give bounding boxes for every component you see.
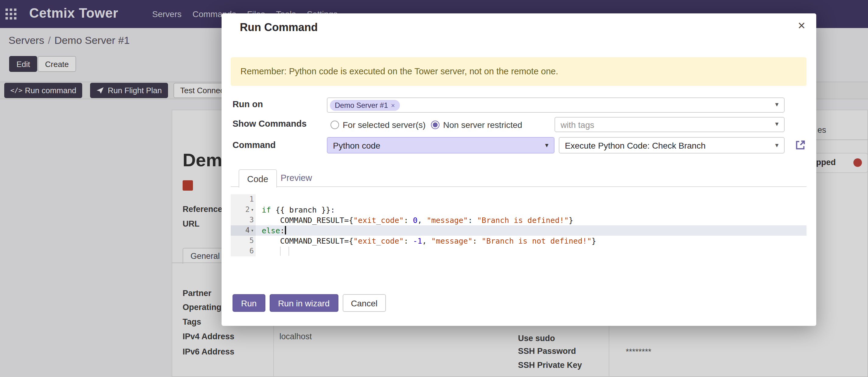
code-token: : xyxy=(468,215,477,225)
text-cursor xyxy=(285,226,286,234)
code-line-content[interactable] xyxy=(256,246,807,256)
code-token: "exit_code" xyxy=(353,215,404,225)
chevron-down-icon: ▾ xyxy=(775,120,778,128)
tab-preview[interactable]: Preview xyxy=(281,173,312,183)
tags-filter-select[interactable]: with tags ▾ xyxy=(555,117,785,132)
show-commands-label: Show Commands xyxy=(232,119,307,128)
fold-arrow-icon[interactable]: ▾ xyxy=(251,225,254,236)
run-on-field[interactable]: Demo Server #1 × ▾ xyxy=(327,97,785,113)
radio-non-server-restricted-label: Non server restricted xyxy=(443,120,522,130)
warning-alert-text: Remember: Python code is executed on the… xyxy=(241,57,558,86)
code-token: } xyxy=(592,236,596,245)
command-select[interactable]: Execute Python Code: Check Branch ▾ xyxy=(559,137,785,153)
run-command-dialog: Run Command × Remember: Python code is e… xyxy=(222,13,816,326)
cancel-button[interactable]: Cancel xyxy=(342,294,386,312)
indent-guide xyxy=(280,246,281,256)
code-line-content[interactable]: else: xyxy=(256,225,807,236)
screen: Cetmix Tower Servers Commands Files Tool… xyxy=(0,0,868,377)
command-label: Command xyxy=(232,140,276,150)
code-token: "message" xyxy=(431,236,472,245)
radio-non-server-restricted[interactable] xyxy=(431,121,439,129)
code-token: "Branch is defined!" xyxy=(477,215,569,225)
code-token: -1 xyxy=(413,236,422,245)
fold-arrow-icon[interactable]: ▾ xyxy=(251,205,254,215)
code-token: COMMAND_RESULT={ xyxy=(262,236,353,245)
gutter-line-number[interactable]: 4▾ xyxy=(231,225,256,236)
chevron-down-icon: ▾ xyxy=(775,141,778,149)
code-token: "message" xyxy=(427,215,468,225)
tags-filter-placeholder: with tags xyxy=(561,120,594,130)
chevron-down-icon: ▾ xyxy=(545,141,549,149)
code-token: "Branch is not defined!" xyxy=(482,236,592,245)
indent-guide xyxy=(288,246,289,256)
code-token: : xyxy=(404,215,413,225)
code-token: 0 xyxy=(413,215,417,225)
code-token: } xyxy=(569,215,574,225)
run-button[interactable]: Run xyxy=(232,294,265,312)
tab-bar-underline xyxy=(231,186,807,187)
radio-for-selected-servers-label: For selected server(s) xyxy=(343,120,426,130)
warning-alert: Remember: Python code is executed on the… xyxy=(231,57,807,86)
code-token: "exit_code" xyxy=(353,236,404,245)
command-type-select[interactable]: Python code ▾ xyxy=(327,137,555,153)
command-type-value: Python code xyxy=(333,141,380,150)
gutter-line-number[interactable]: 3 xyxy=(231,215,256,225)
gutter-line-number[interactable]: 2▾ xyxy=(231,205,256,215)
code-token: , xyxy=(417,215,427,225)
dialog-title: Run Command xyxy=(240,21,318,34)
dialog-footer: Run Run in wizard Cancel xyxy=(232,294,386,312)
code-line[interactable]: 3 COMMAND_RESULT={"exit_code": 0, "messa… xyxy=(231,215,807,225)
chevron-down-icon: ▾ xyxy=(775,100,778,108)
code-line-content[interactable]: if {{ branch }}: xyxy=(256,205,807,215)
code-token: : xyxy=(280,226,285,235)
code-line-content[interactable]: COMMAND_RESULT={"exit_code": -1, "messag… xyxy=(256,236,807,246)
server-tag-label: Demo Server #1 xyxy=(335,101,388,110)
code-line[interactable]: 4▾else: xyxy=(231,225,807,236)
code-line[interactable]: 1 xyxy=(231,194,807,205)
gutter-line-number[interactable]: 1 xyxy=(231,194,256,205)
radio-for-selected-servers[interactable] xyxy=(331,121,339,129)
server-tag: Demo Server #1 × xyxy=(330,100,400,111)
run-on-label: Run on xyxy=(232,99,263,109)
code-token: COMMAND_RESULT={ xyxy=(262,215,353,225)
code-token: , xyxy=(422,236,431,245)
code-line-content[interactable] xyxy=(256,194,807,205)
code-token: else xyxy=(262,226,280,235)
gutter-line-number[interactable]: 6 xyxy=(231,246,256,256)
code-token: : xyxy=(404,236,413,245)
command-value: Execute Python Code: Check Branch xyxy=(565,141,706,150)
tag-remove-icon[interactable]: × xyxy=(391,102,395,109)
run-in-wizard-button[interactable]: Run in wizard xyxy=(269,294,338,312)
code-token: if xyxy=(262,205,271,214)
code-line-content[interactable]: COMMAND_RESULT={"exit_code": 0, "message… xyxy=(256,215,807,225)
gutter-line-number[interactable]: 5 xyxy=(231,236,256,246)
code-line[interactable]: 5 COMMAND_RESULT={"exit_code": -1, "mess… xyxy=(231,236,807,246)
close-icon[interactable]: × xyxy=(798,18,805,33)
external-link-icon[interactable] xyxy=(794,139,807,151)
code-token: {{ branch }}: xyxy=(271,205,335,214)
tab-code[interactable]: Code xyxy=(239,169,277,187)
code-token: : xyxy=(472,236,482,245)
code-line[interactable]: 6 xyxy=(231,246,807,256)
code-line[interactable]: 2▾if {{ branch }}: xyxy=(231,205,807,215)
code-editor[interactable]: 12▾if {{ branch }}:3 COMMAND_RESULT={"ex… xyxy=(231,194,807,256)
